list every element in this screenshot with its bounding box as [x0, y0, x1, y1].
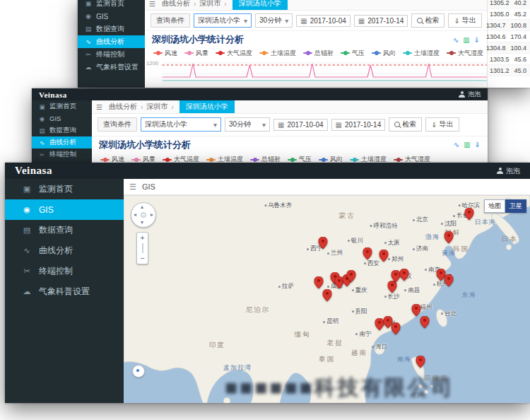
station-select[interactable]: 深圳汤坑小学 ▾ — [194, 13, 252, 28]
map-type-button[interactable]: 卫星 — [505, 199, 526, 213]
map-pan-control[interactable]: ▴ ▾ ◂ ▸ — [131, 202, 156, 228]
sidebar-item[interactable]: ▤ 数据查询 — [32, 124, 92, 136]
interval-select[interactable]: 30分钟 ▾ — [255, 13, 293, 28]
gis-window-front[interactable]: Veinasa 泡泡 ▣ 监测首页 ◉ GIS ▤ 数据查询 — [5, 163, 530, 403]
station-map-pin[interactable] — [387, 281, 396, 293]
legend-item[interactable]: 总辐射 — [303, 49, 334, 58]
sidebar-item[interactable]: ∿ 曲线分析 — [78, 35, 145, 48]
export-button[interactable]: ⇓ 导出 — [448, 13, 481, 28]
sidebar-item[interactable]: ◉ GIS — [78, 10, 145, 23]
curve-analysis-window-middle[interactable]: Veinasa 泡泡 ▣ 监测首页 ◉ GIS ▤ 数据查询 — [32, 88, 488, 166]
user-menu[interactable]: 泡泡 — [497, 166, 520, 176]
menu-icon[interactable]: ☰ — [129, 182, 136, 192]
legend-label: 总辐射 — [314, 49, 334, 58]
sidebar-item[interactable]: ◉ GIS — [32, 112, 92, 124]
menu-icon[interactable]: ☰ — [96, 103, 102, 111]
sidebar-item[interactable]: ▤ 数据查询 — [5, 220, 124, 240]
sidebar-item-icon: ▤ — [83, 25, 93, 33]
user-icon — [459, 91, 465, 98]
legend-marker — [216, 52, 225, 54]
pan-west-icon[interactable]: ◂ — [134, 212, 136, 218]
date-to-input[interactable]: ▦ 2017-10-14 — [354, 15, 408, 27]
locate-control[interactable] — [132, 365, 145, 378]
legend-label: 气压 — [352, 49, 365, 58]
download-icon[interactable]: ⇓ — [475, 141, 481, 148]
legend-item[interactable]: 气压 — [341, 49, 365, 58]
export-button[interactable]: ⇓ 导出 — [425, 117, 459, 132]
breadcrumb-city[interactable]: 深圳市 — [146, 102, 167, 112]
sidebar-item[interactable]: ▤ 数据查询 — [78, 23, 145, 35]
legend-item[interactable]: 风量 — [184, 49, 208, 58]
station-map-pin[interactable] — [314, 276, 324, 288]
legend-item[interactable]: 大气湿度 — [447, 49, 483, 58]
interval-select[interactable]: 30分钟 ▾ — [225, 117, 270, 132]
sidebar-item[interactable]: ✂ 终端控制 — [32, 148, 92, 161]
pan-north-icon[interactable]: ▴ — [141, 204, 143, 210]
line-chart-icon[interactable]: ∿ — [454, 141, 459, 148]
legend-marker — [153, 52, 163, 54]
sidebar-item[interactable]: ◉ GIS — [5, 199, 124, 220]
sidebar-item[interactable]: ☁ 气象科普设置 — [5, 281, 124, 302]
sidebar-item[interactable]: ▣ 监测首页 — [32, 100, 92, 112]
zoom-in-button[interactable]: + — [137, 234, 148, 242]
pan-east-icon[interactable]: ▸ — [151, 212, 153, 218]
chart-legend: 风速 风量 大气温度 土壤温度 总辐射 — [145, 48, 487, 58]
bar-chart-icon[interactable]: ▥ — [463, 36, 469, 44]
legend-item[interactable]: 大气温度 — [216, 49, 252, 58]
zoom-slider[interactable] — [142, 243, 143, 253]
legend-item[interactable]: 土壤温度 — [259, 49, 296, 58]
app-logo[interactable]: Veinasa — [15, 165, 52, 177]
station-select[interactable]: 深圳汤坑小学 ▾ — [141, 117, 221, 132]
station-map-pin[interactable] — [399, 269, 408, 281]
search-button[interactable]: 检索 — [411, 13, 444, 28]
line-chart-icon[interactable]: ∿ — [453, 36, 459, 44]
pan-south-icon[interactable]: ▾ — [141, 220, 143, 226]
station-map-pin[interactable] — [412, 304, 421, 316]
date-from-input[interactable]: ▦ 2017-10-04 — [273, 119, 328, 131]
sidebar-item[interactable]: ☁ 气象科普设置 — [78, 61, 145, 74]
station-map-pin[interactable] — [347, 270, 356, 282]
date-from-input[interactable]: ▦ 2017-10-04 — [296, 15, 351, 27]
sidebar-item[interactable]: ✂ 终端控制 — [78, 48, 145, 61]
search-button[interactable]: 检索 — [389, 117, 422, 132]
sidebar-item[interactable]: ✂ 终端控制 — [5, 261, 124, 281]
station-map-pin[interactable] — [391, 322, 401, 334]
legend-item[interactable]: 风速 — [153, 49, 177, 58]
map-type-button[interactable]: 地图 — [484, 199, 505, 213]
sidebar-item[interactable]: ▣ 监测首页 — [5, 179, 124, 199]
download-icon[interactable]: ⇓ — [474, 36, 480, 44]
breadcrumb-city[interactable]: 深圳市 — [199, 0, 220, 8]
map-canvas[interactable]: 蒙古朝鲜韩国日本尼泊尔印度缅甸老挝泰国越南菲律宾 渤海黄海东海南海日本海孟加拉湾… — [124, 195, 530, 403]
station-map-pin[interactable] — [444, 231, 454, 243]
station-map-pin[interactable] — [464, 208, 473, 220]
station-tab[interactable]: 深圳汤坑小学 — [179, 100, 235, 113]
chevron-right-icon: › — [141, 103, 143, 111]
table-row: 1305.2 40.2 — [488, 0, 530, 8]
station-map-pin[interactable] — [322, 289, 331, 301]
curve-analysis-window-back[interactable]: ▣ 监测首页 ◉ GIS ▤ 数据查询 ∿ 曲线分析 ✂ 终端控制 — [78, 0, 530, 88]
breadcrumb-root[interactable]: 曲线分析 — [162, 0, 190, 8]
menu-icon[interactable]: ☰ — [149, 0, 155, 8]
station-map-pin[interactable] — [363, 247, 372, 259]
legend-label: 土壤温度 — [271, 49, 296, 58]
station-map-pin[interactable] — [318, 237, 327, 249]
map-zoom-control[interactable]: + − — [136, 232, 148, 264]
sidebar-item[interactable]: ∿ 曲线分析 — [32, 136, 92, 148]
legend-item[interactable]: 土壤湿度 — [403, 49, 440, 58]
station-map-pin[interactable] — [379, 250, 389, 262]
station-map-pin[interactable] — [416, 356, 425, 368]
zoom-out-button[interactable]: − — [137, 255, 148, 262]
chevron-down-icon: ▾ — [213, 121, 217, 129]
calendar-icon: ▦ — [278, 121, 284, 129]
user-menu[interactable]: 泡泡 — [459, 90, 481, 99]
app-logo[interactable]: Veinasa — [39, 91, 67, 99]
sidebar-item[interactable]: ∿ 曲线分析 — [5, 240, 124, 261]
breadcrumb-root[interactable]: 曲线分析 — [109, 102, 137, 112]
sidebar-item[interactable]: ▣ 监测首页 — [78, 0, 145, 10]
legend-item[interactable]: 风向 — [372, 49, 396, 58]
station-tab[interactable]: 深圳汤坑小学 — [232, 0, 288, 10]
station-map-pin[interactable] — [420, 316, 429, 328]
station-map-pin[interactable] — [444, 274, 454, 286]
date-to-input[interactable]: ▦ 2017-10-14 — [331, 119, 386, 131]
bar-chart-icon[interactable]: ▥ — [464, 141, 470, 148]
